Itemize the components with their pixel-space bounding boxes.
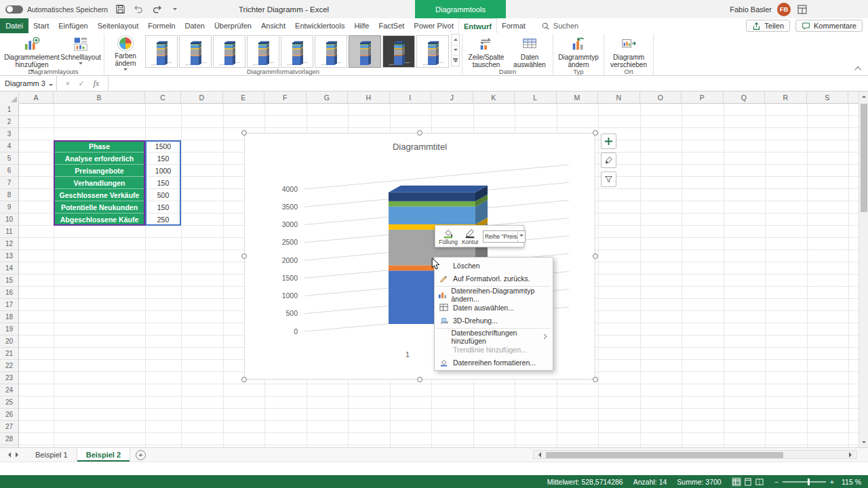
row-header-16[interactable]: 16 <box>0 287 18 299</box>
table-cell-label-geschlossene-verkäufe[interactable]: Geschlossene Verkäufe <box>54 189 145 201</box>
row-header-12[interactable]: 12 <box>0 238 18 250</box>
chart-styles-button[interactable] <box>601 152 616 168</box>
tab-seitenlayout[interactable]: Seitenlayout <box>93 18 144 33</box>
table-cell-label-analyse-erforderlich[interactable]: Analyse erforderlich <box>54 152 145 165</box>
sheet-prev-icon[interactable] <box>5 452 11 458</box>
vertical-scrollbar[interactable] <box>859 92 868 447</box>
chart-resize-handle[interactable] <box>593 253 598 259</box>
cancel-icon[interactable]: × <box>66 79 70 87</box>
chart-style-1[interactable] <box>145 35 178 68</box>
outline-button[interactable]: Kontur <box>460 227 481 246</box>
column-header-N[interactable]: N <box>598 92 640 104</box>
row-header-20[interactable]: 20 <box>0 336 18 348</box>
sheet-next-icon[interactable] <box>16 452 21 458</box>
row-header-2[interactable]: 2 <box>0 116 18 128</box>
select-all-corner[interactable] <box>0 92 19 104</box>
row-header-26[interactable]: 26 <box>0 409 18 421</box>
sheet-tab-beispiel-1[interactable]: Beispiel 1 <box>26 448 77 462</box>
chart-resize-handle[interactable] <box>417 130 422 136</box>
scroll-down-icon[interactable] <box>859 438 868 447</box>
select-data-button[interactable]: Daten auswählen <box>509 34 551 68</box>
tab-entwicklertools[interactable]: Entwicklertools <box>290 18 349 33</box>
table-cell-label-verhandlungen[interactable]: Verhandlungen <box>54 177 145 189</box>
chart-style-4[interactable] <box>247 35 279 68</box>
row-header-6[interactable]: 6 <box>0 165 18 177</box>
table-cell-value-preisangebote[interactable]: 1000 <box>145 165 181 177</box>
row-header-25[interactable]: 25 <box>0 396 18 409</box>
chart-resize-handle[interactable] <box>241 253 247 259</box>
column-header-F[interactable]: F <box>264 92 307 104</box>
zoom-level[interactable]: 115 % <box>838 478 861 486</box>
table-cell-value-geschlossene-verkäufe[interactable]: 500 <box>145 189 181 201</box>
row-header-19[interactable]: 19 <box>0 323 18 336</box>
column-header-B[interactable]: B <box>54 92 145 104</box>
column-header-L[interactable]: L <box>515 92 557 104</box>
row-header-11[interactable]: 11 <box>0 226 18 238</box>
change-colors-button[interactable]: Farben ändern <box>106 34 144 68</box>
chart-style-7[interactable] <box>349 35 381 68</box>
column-header-D[interactable]: D <box>181 92 223 104</box>
chart-resize-handle[interactable] <box>417 377 422 382</box>
column-header-J[interactable]: J <box>431 92 473 104</box>
series-selector-dropdown[interactable]: Reihe "Preisang <box>483 230 526 243</box>
row-header-3[interactable]: 3 <box>0 128 18 140</box>
gallery-down-icon[interactable] <box>452 45 459 56</box>
column-header-E[interactable]: E <box>223 92 265 104</box>
column-header-G[interactable]: G <box>307 92 349 104</box>
context-menu-item-datenbeschriftungen-hinzufügen[interactable]: Datenbeschriftungen hinzufügen <box>435 330 553 343</box>
table-cell-label-preisangebote[interactable]: Preisangebote <box>54 165 145 177</box>
chart-resize-handle[interactable] <box>593 377 598 382</box>
gallery-up-icon[interactable] <box>452 35 459 45</box>
context-menu-item-datenreihen-formatieren[interactable]: Datenreihen formatieren... <box>435 356 553 369</box>
column-header-C[interactable]: C <box>145 92 181 104</box>
ribbon-display-options-icon[interactable] <box>796 3 808 16</box>
autosave-switch-icon[interactable] <box>5 5 23 14</box>
context-menu-item-daten-auswählen[interactable]: Daten auswählen... <box>435 301 553 314</box>
tab-format[interactable]: Format <box>497 18 530 33</box>
page-break-view-icon[interactable] <box>755 477 764 487</box>
column-header-P[interactable]: P <box>682 92 724 104</box>
chart-style-5[interactable] <box>281 35 313 68</box>
row-header-8[interactable]: 8 <box>0 189 18 201</box>
row-header-1[interactable]: 1 <box>0 104 18 116</box>
undo-icon[interactable] <box>132 3 144 16</box>
table-cell-value-phase[interactable]: 1500 <box>145 140 181 152</box>
chart-resize-handle[interactable] <box>241 377 247 382</box>
row-header-21[interactable]: 21 <box>0 348 18 360</box>
row-header-23[interactable]: 23 <box>0 372 18 384</box>
add-sheet-button[interactable]: + <box>136 450 146 460</box>
hscroll-left-icon[interactable] <box>534 451 543 458</box>
tab-factset[interactable]: FactSet <box>374 18 409 33</box>
tab-entwurf[interactable]: Entwurf <box>458 18 497 33</box>
contextual-tab-header[interactable]: Diagrammtools <box>415 0 506 18</box>
share-button[interactable]: Teilen <box>746 20 790 32</box>
save-icon[interactable] <box>114 3 126 16</box>
row-header-27[interactable]: 27 <box>0 421 18 433</box>
tab-hilfe[interactable]: Hilfe <box>349 18 374 33</box>
redo-icon[interactable] <box>151 3 163 16</box>
switch-row-column-button[interactable]: Zeile/Spalte tauschen <box>465 34 508 68</box>
gallery-more-icon[interactable] <box>452 56 459 66</box>
formula-input[interactable] <box>108 76 868 91</box>
row-header-18[interactable]: 18 <box>0 311 18 323</box>
chart-style-3[interactable] <box>213 35 245 68</box>
row-header-17[interactable]: 17 <box>0 299 18 311</box>
row-header-9[interactable]: 9 <box>0 201 18 214</box>
normal-view-icon[interactable] <box>732 477 741 487</box>
hscroll-right-icon[interactable] <box>847 451 856 458</box>
qat-customize-icon[interactable] <box>169 3 181 16</box>
chart-resize-handle[interactable] <box>593 130 598 136</box>
column-header-S[interactable]: S <box>807 92 849 104</box>
tab-datei[interactable]: Datei <box>0 18 28 33</box>
row-header-14[interactable]: 14 <box>0 262 18 274</box>
table-cell-value-potentielle-neukunden[interactable]: 150 <box>145 201 181 214</box>
chart-elements-button[interactable] <box>601 134 616 149</box>
tab-formeln[interactable]: Formeln <box>143 18 180 33</box>
table-cell-value-verhandlungen[interactable]: 150 <box>145 177 181 189</box>
ribbon-search[interactable]: Suchen <box>541 18 578 33</box>
quick-layout-button[interactable]: Schnelllayout <box>60 34 102 68</box>
horizontal-scrollbar[interactable] <box>533 450 857 459</box>
chart-style-9[interactable] <box>416 35 449 68</box>
fill-button[interactable]: Füllung <box>437 227 460 246</box>
row-header-24[interactable]: 24 <box>0 384 18 396</box>
